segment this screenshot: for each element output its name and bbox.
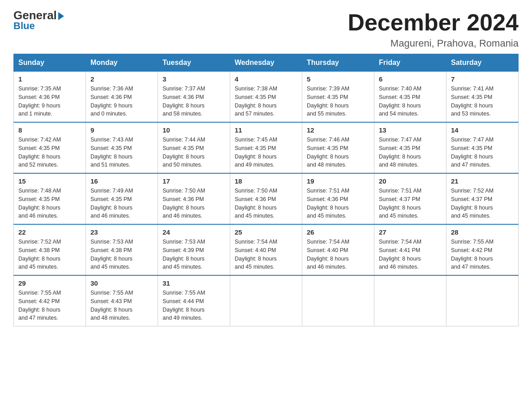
day-number: 7 <box>451 75 514 83</box>
day-number: 10 <box>163 126 225 134</box>
weekday-header-saturday: Saturday <box>446 54 519 72</box>
calendar-cell: 18 Sunrise: 7:50 AMSunset: 4:36 PMDaylig… <box>230 173 302 224</box>
weekday-header-thursday: Thursday <box>302 54 374 72</box>
calendar-cell: 22 Sunrise: 7:52 AMSunset: 4:38 PMDaylig… <box>14 224 86 275</box>
calendar-cell: 12 Sunrise: 7:46 AMSunset: 4:35 PMDaylig… <box>302 122 374 173</box>
day-info: Sunrise: 7:48 AMSunset: 4:35 PMDaylight:… <box>18 187 81 220</box>
calendar-cell: 8 Sunrise: 7:42 AMSunset: 4:35 PMDayligh… <box>14 122 86 173</box>
day-number: 20 <box>379 177 442 185</box>
day-info: Sunrise: 7:55 AMSunset: 4:43 PMDaylight:… <box>90 289 153 322</box>
day-number: 24 <box>163 228 225 236</box>
calendar-table: SundayMondayTuesdayWednesdayThursdayFrid… <box>13 54 519 326</box>
calendar-cell <box>302 275 374 326</box>
calendar-cell: 17 Sunrise: 7:50 AMSunset: 4:36 PMDaylig… <box>158 173 230 224</box>
day-info: Sunrise: 7:54 AMSunset: 4:40 PMDaylight:… <box>307 238 369 271</box>
day-info: Sunrise: 7:49 AMSunset: 4:35 PMDaylight:… <box>90 187 153 220</box>
day-info: Sunrise: 7:42 AMSunset: 4:35 PMDaylight:… <box>18 136 81 169</box>
day-info: Sunrise: 7:50 AMSunset: 4:36 PMDaylight:… <box>163 187 225 220</box>
calendar-cell: 6 Sunrise: 7:40 AMSunset: 4:35 PMDayligh… <box>374 72 446 123</box>
calendar-cell: 3 Sunrise: 7:37 AMSunset: 4:36 PMDayligh… <box>158 72 230 123</box>
weekday-header-row: SundayMondayTuesdayWednesdayThursdayFrid… <box>14 54 519 72</box>
day-number: 4 <box>235 75 297 83</box>
day-number: 28 <box>451 228 514 236</box>
day-info: Sunrise: 7:51 AMSunset: 4:36 PMDaylight:… <box>307 187 369 220</box>
calendar-cell <box>230 275 302 326</box>
logo-line2: Blue <box>13 20 64 32</box>
weekday-header-friday: Friday <box>374 54 446 72</box>
calendar-title: December 2024 <box>348 9 519 36</box>
day-number: 9 <box>90 126 153 134</box>
calendar-cell: 25 Sunrise: 7:54 AMSunset: 4:40 PMDaylig… <box>230 224 302 275</box>
weekday-header-monday: Monday <box>86 54 158 72</box>
day-number: 11 <box>235 126 297 134</box>
day-number: 23 <box>90 228 153 236</box>
title-area: December 2024 Magureni, Prahova, Romania <box>348 9 519 49</box>
day-number: 18 <box>235 177 297 185</box>
day-number: 1 <box>18 75 81 83</box>
calendar-cell: 5 Sunrise: 7:39 AMSunset: 4:35 PMDayligh… <box>302 72 374 123</box>
day-info: Sunrise: 7:47 AMSunset: 4:35 PMDaylight:… <box>451 136 514 169</box>
day-info: Sunrise: 7:38 AMSunset: 4:35 PMDaylight:… <box>235 85 297 118</box>
day-info: Sunrise: 7:52 AMSunset: 4:38 PMDaylight:… <box>18 238 81 271</box>
calendar-cell: 11 Sunrise: 7:45 AMSunset: 4:35 PMDaylig… <box>230 122 302 173</box>
day-info: Sunrise: 7:55 AMSunset: 4:42 PMDaylight:… <box>18 289 81 322</box>
day-number: 12 <box>307 126 369 134</box>
calendar-cell: 27 Sunrise: 7:54 AMSunset: 4:41 PMDaylig… <box>374 224 446 275</box>
day-info: Sunrise: 7:51 AMSunset: 4:37 PMDaylight:… <box>379 187 442 220</box>
day-number: 21 <box>451 177 514 185</box>
calendar-cell: 10 Sunrise: 7:44 AMSunset: 4:35 PMDaylig… <box>158 122 230 173</box>
day-info: Sunrise: 7:44 AMSunset: 4:35 PMDaylight:… <box>163 136 225 169</box>
day-number: 31 <box>163 279 225 287</box>
day-info: Sunrise: 7:50 AMSunset: 4:36 PMDaylight:… <box>235 187 297 220</box>
day-info: Sunrise: 7:47 AMSunset: 4:35 PMDaylight:… <box>379 136 442 169</box>
calendar-week-1: 1 Sunrise: 7:35 AMSunset: 4:36 PMDayligh… <box>14 72 519 123</box>
day-number: 15 <box>18 177 81 185</box>
calendar-cell: 13 Sunrise: 7:47 AMSunset: 4:35 PMDaylig… <box>374 122 446 173</box>
calendar-week-5: 29 Sunrise: 7:55 AMSunset: 4:42 PMDaylig… <box>14 275 519 326</box>
calendar-cell: 28 Sunrise: 7:55 AMSunset: 4:42 PMDaylig… <box>446 224 519 275</box>
calendar-cell: 14 Sunrise: 7:47 AMSunset: 4:35 PMDaylig… <box>446 122 519 173</box>
calendar-cell: 16 Sunrise: 7:49 AMSunset: 4:35 PMDaylig… <box>86 173 158 224</box>
day-number: 17 <box>163 177 225 185</box>
day-number: 26 <box>307 228 369 236</box>
calendar-week-4: 22 Sunrise: 7:52 AMSunset: 4:38 PMDaylig… <box>14 224 519 275</box>
day-info: Sunrise: 7:46 AMSunset: 4:35 PMDaylight:… <box>307 136 369 169</box>
day-info: Sunrise: 7:55 AMSunset: 4:44 PMDaylight:… <box>163 289 225 322</box>
day-number: 8 <box>18 126 81 134</box>
weekday-header-wednesday: Wednesday <box>230 54 302 72</box>
calendar-cell: 4 Sunrise: 7:38 AMSunset: 4:35 PMDayligh… <box>230 72 302 123</box>
calendar-cell: 31 Sunrise: 7:55 AMSunset: 4:44 PMDaylig… <box>158 275 230 326</box>
calendar-cell: 1 Sunrise: 7:35 AMSunset: 4:36 PMDayligh… <box>14 72 86 123</box>
weekday-header-sunday: Sunday <box>14 54 86 72</box>
calendar-cell: 24 Sunrise: 7:53 AMSunset: 4:39 PMDaylig… <box>158 224 230 275</box>
calendar-cell: 2 Sunrise: 7:36 AMSunset: 4:36 PMDayligh… <box>86 72 158 123</box>
day-info: Sunrise: 7:54 AMSunset: 4:40 PMDaylight:… <box>235 238 297 271</box>
page-header: General Blue December 2024 Magureni, Pra… <box>13 9 519 49</box>
day-number: 19 <box>307 177 369 185</box>
calendar-week-3: 15 Sunrise: 7:48 AMSunset: 4:35 PMDaylig… <box>14 173 519 224</box>
day-info: Sunrise: 7:43 AMSunset: 4:35 PMDaylight:… <box>90 136 153 169</box>
day-info: Sunrise: 7:41 AMSunset: 4:35 PMDaylight:… <box>451 85 514 118</box>
day-number: 25 <box>235 228 297 236</box>
day-number: 22 <box>18 228 81 236</box>
day-number: 14 <box>451 126 514 134</box>
calendar-cell: 9 Sunrise: 7:43 AMSunset: 4:35 PMDayligh… <box>86 122 158 173</box>
day-info: Sunrise: 7:53 AMSunset: 4:38 PMDaylight:… <box>90 238 153 271</box>
day-info: Sunrise: 7:54 AMSunset: 4:41 PMDaylight:… <box>379 238 442 271</box>
calendar-cell: 20 Sunrise: 7:51 AMSunset: 4:37 PMDaylig… <box>374 173 446 224</box>
day-number: 6 <box>379 75 442 83</box>
day-info: Sunrise: 7:35 AMSunset: 4:36 PMDaylight:… <box>18 85 81 118</box>
calendar-cell: 21 Sunrise: 7:52 AMSunset: 4:37 PMDaylig… <box>446 173 519 224</box>
calendar-cell: 7 Sunrise: 7:41 AMSunset: 4:35 PMDayligh… <box>446 72 519 123</box>
day-number: 5 <box>307 75 369 83</box>
day-info: Sunrise: 7:45 AMSunset: 4:35 PMDaylight:… <box>235 136 297 169</box>
day-number: 13 <box>379 126 442 134</box>
calendar-cell: 15 Sunrise: 7:48 AMSunset: 4:35 PMDaylig… <box>14 173 86 224</box>
weekday-header-tuesday: Tuesday <box>158 54 230 72</box>
day-info: Sunrise: 7:36 AMSunset: 4:36 PMDaylight:… <box>90 85 153 118</box>
day-number: 27 <box>379 228 442 236</box>
calendar-cell: 30 Sunrise: 7:55 AMSunset: 4:43 PMDaylig… <box>86 275 158 326</box>
calendar-cell: 23 Sunrise: 7:53 AMSunset: 4:38 PMDaylig… <box>86 224 158 275</box>
day-number: 3 <box>163 75 225 83</box>
day-number: 16 <box>90 177 153 185</box>
